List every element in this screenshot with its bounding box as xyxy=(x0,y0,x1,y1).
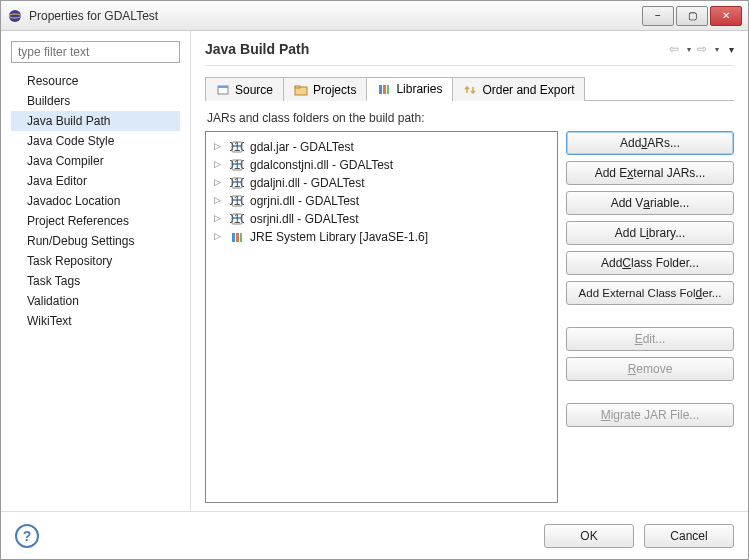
entry-label: gdal.jar - GDALTest xyxy=(250,140,354,154)
properties-dialog: Properties for GDALTest − ▢ ✕ ResourceBu… xyxy=(0,0,749,560)
svg-point-0 xyxy=(9,10,21,22)
sidebar-item-wikitext[interactable]: WikiText xyxy=(11,311,180,331)
maximize-button[interactable]: ▢ xyxy=(676,6,708,26)
libraries-tab-icon xyxy=(377,82,391,96)
entry-label: osrjni.dll - GDALTest xyxy=(250,212,358,226)
libraries-list[interactable]: ▷010gdal.jar - GDALTest▷010gdalconstjni.… xyxy=(205,131,558,503)
expand-icon[interactable]: ▷ xyxy=(214,159,221,169)
svg-rect-7 xyxy=(383,85,386,94)
add-jars-button[interactable]: Add JARs... xyxy=(566,131,734,155)
sidebar-item-java-editor[interactable]: Java Editor xyxy=(11,171,180,191)
close-button[interactable]: ✕ xyxy=(710,6,742,26)
tab-order-and-export[interactable]: Order and Export xyxy=(452,77,585,101)
svg-rect-3 xyxy=(218,86,228,88)
jar-icon: 010 xyxy=(230,194,244,208)
jar-icon: 010 xyxy=(230,140,244,154)
cancel-button[interactable]: Cancel xyxy=(644,524,734,548)
svg-text:010: 010 xyxy=(230,140,244,154)
svg-text:010: 010 xyxy=(230,194,244,208)
library-entry[interactable]: ▷010gdaljni.dll - GDALTest xyxy=(208,174,555,192)
library-entry[interactable]: ▷010ogrjni.dll - GDALTest xyxy=(208,192,555,210)
jar-icon: 010 xyxy=(230,212,244,226)
tab-libraries[interactable]: Libraries xyxy=(366,77,453,101)
svg-rect-8 xyxy=(387,85,389,94)
svg-rect-25 xyxy=(236,233,239,242)
remove-button: Remove xyxy=(566,357,734,381)
entry-label: ogrjni.dll - GDALTest xyxy=(250,194,359,208)
sidebar-item-project-references[interactable]: Project References xyxy=(11,211,180,231)
sidebar-item-validation[interactable]: Validation xyxy=(11,291,180,311)
window-title: Properties for GDALTest xyxy=(29,9,640,23)
body-area: SourceProjectsLibrariesOrder and Export … xyxy=(205,65,734,503)
category-sidebar: ResourceBuildersJava Build PathJava Code… xyxy=(1,31,191,511)
library-icon xyxy=(230,230,244,244)
edit-button: Edit... xyxy=(566,327,734,351)
ok-button[interactable]: OK xyxy=(544,524,634,548)
dialog-content: ResourceBuildersJava Build PathJava Code… xyxy=(1,31,748,511)
main-panel: Java Build Path ⇦▾ ⇨▾ ▾ SourceProjectsLi… xyxy=(191,31,748,511)
expand-icon[interactable]: ▷ xyxy=(214,141,221,151)
panel-subtitle: JARs and class folders on the build path… xyxy=(207,111,734,125)
svg-text:010: 010 xyxy=(230,176,244,190)
jar-icon: 010 xyxy=(230,158,244,172)
sidebar-item-run-debug-settings[interactable]: Run/Debug Settings xyxy=(11,231,180,251)
svg-rect-6 xyxy=(379,85,382,94)
back-menu-icon[interactable]: ▾ xyxy=(687,45,691,54)
libraries-panel: ▷010gdal.jar - GDALTest▷010gdalconstjni.… xyxy=(205,131,734,503)
entry-label: gdalconstjni.dll - GDALTest xyxy=(250,158,393,172)
minimize-button[interactable]: − xyxy=(642,6,674,26)
add-class-folder-button[interactable]: Add Class Folder... xyxy=(566,251,734,275)
svg-rect-26 xyxy=(240,233,242,242)
library-entry[interactable]: ▷010gdal.jar - GDALTest xyxy=(208,138,555,156)
svg-text:010: 010 xyxy=(230,158,244,172)
jar-icon: 010 xyxy=(230,176,244,190)
expand-icon[interactable]: ▷ xyxy=(214,177,221,187)
help-icon[interactable]: ? xyxy=(15,524,39,548)
entry-label: gdaljni.dll - GDALTest xyxy=(250,176,365,190)
projects-tab-icon xyxy=(294,83,308,97)
sidebar-item-task-tags[interactable]: Task Tags xyxy=(11,271,180,291)
source-tab-icon xyxy=(216,83,230,97)
sidebar-item-task-repository[interactable]: Task Repository xyxy=(11,251,180,271)
expand-icon[interactable]: ▷ xyxy=(214,231,221,241)
sidebar-item-java-build-path[interactable]: Java Build Path xyxy=(11,111,180,131)
eclipse-icon xyxy=(7,8,23,24)
title-bar: Properties for GDALTest − ▢ ✕ xyxy=(1,1,748,31)
history-nav: ⇦▾ ⇨▾ ▾ xyxy=(669,42,734,56)
sidebar-item-builders[interactable]: Builders xyxy=(11,91,180,111)
sidebar-item-java-code-style[interactable]: Java Code Style xyxy=(11,131,180,151)
tab-bar: SourceProjectsLibrariesOrder and Export xyxy=(205,76,734,101)
entry-label: JRE System Library [JavaSE-1.6] xyxy=(250,230,428,244)
sidebar-item-javadoc-location[interactable]: Javadoc Location xyxy=(11,191,180,211)
library-entry[interactable]: ▷010osrjni.dll - GDALTest xyxy=(208,210,555,228)
sidebar-item-java-compiler[interactable]: Java Compiler xyxy=(11,151,180,171)
view-menu-icon[interactable]: ▾ xyxy=(729,44,734,55)
forward-menu-icon[interactable]: ▾ xyxy=(715,45,719,54)
filter-input[interactable] xyxy=(11,41,180,63)
svg-rect-5 xyxy=(295,86,300,88)
page-title: Java Build Path xyxy=(205,41,669,57)
forward-icon[interactable]: ⇨ xyxy=(697,42,707,56)
dialog-footer: ? OK Cancel xyxy=(1,511,748,559)
sidebar-item-resource[interactable]: Resource xyxy=(11,71,180,91)
tab-source[interactable]: Source xyxy=(205,77,284,101)
add-external-class-folder-button[interactable]: Add External Class Folder... xyxy=(566,281,734,305)
svg-text:010: 010 xyxy=(230,212,244,226)
add-variable-button[interactable]: Add Variable... xyxy=(566,191,734,215)
svg-rect-24 xyxy=(232,233,235,242)
category-list: ResourceBuildersJava Build PathJava Code… xyxy=(11,71,180,501)
library-entry[interactable]: ▷010gdalconstjni.dll - GDALTest xyxy=(208,156,555,174)
expand-icon[interactable]: ▷ xyxy=(214,213,221,223)
order-and-export-tab-icon xyxy=(463,83,477,97)
add-external-jars-button[interactable]: Add External JARs... xyxy=(566,161,734,185)
button-column: Add JARs... Add External JARs... Add Var… xyxy=(566,131,734,503)
window-controls: − ▢ ✕ xyxy=(640,6,742,26)
add-library-button[interactable]: Add Library... xyxy=(566,221,734,245)
library-entry[interactable]: ▷JRE System Library [JavaSE-1.6] xyxy=(208,228,555,246)
expand-icon[interactable]: ▷ xyxy=(214,195,221,205)
main-header: Java Build Path ⇦▾ ⇨▾ ▾ xyxy=(205,41,734,57)
tab-projects[interactable]: Projects xyxy=(283,77,367,101)
migrate-jar-button: Migrate JAR File... xyxy=(566,403,734,427)
back-icon[interactable]: ⇦ xyxy=(669,42,679,56)
